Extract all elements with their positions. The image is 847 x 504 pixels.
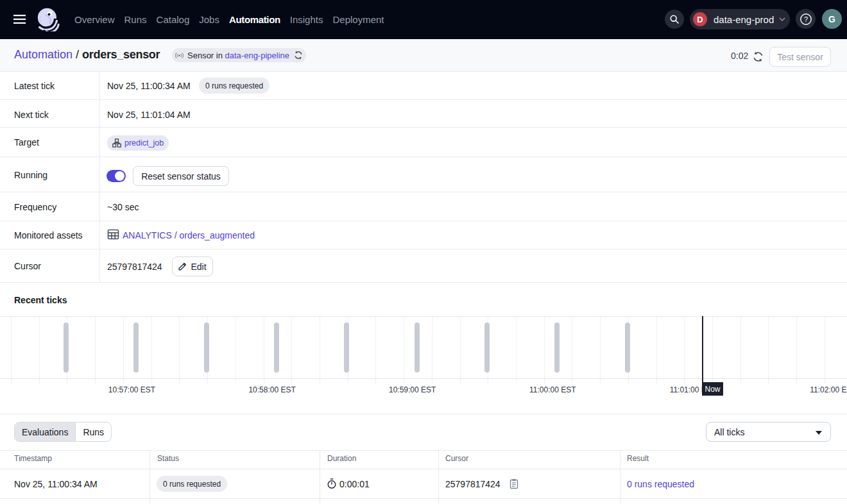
- svg-text:?: ?: [803, 15, 807, 23]
